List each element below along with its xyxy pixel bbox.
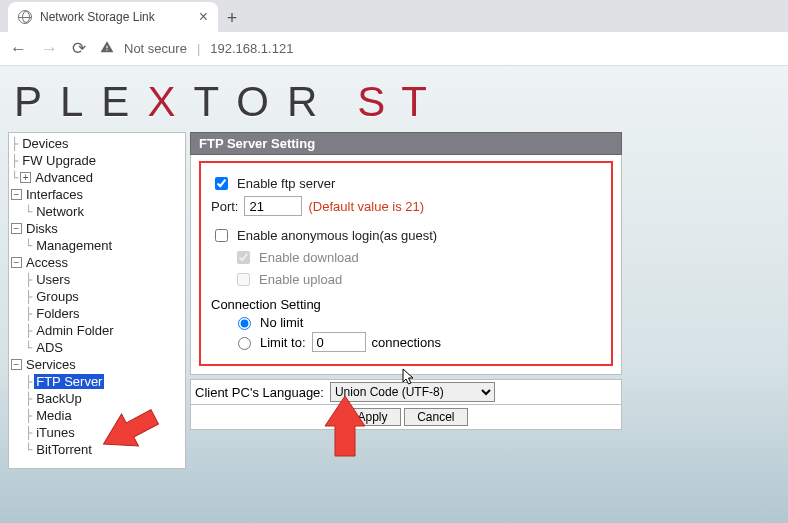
not-secure-label: Not secure (124, 41, 187, 56)
tab-title: Network Storage Link (40, 10, 155, 24)
cancel-button[interactable]: Cancel (404, 408, 467, 426)
logo-second: ST (357, 78, 443, 126)
no-limit-label: No limit (260, 315, 303, 330)
anonymous-login-checkbox[interactable] (215, 229, 228, 242)
port-note: (Default value is 21) (308, 199, 424, 214)
sidebar-group-interfaces[interactable]: Interfaces (24, 187, 85, 202)
sidebar-item-devices[interactable]: Devices (20, 136, 70, 151)
annotation-arrow-icon (317, 396, 373, 460)
not-secure-icon (100, 40, 114, 57)
panel-title: FTP Server Setting (190, 132, 622, 155)
sidebar-item-advanced[interactable]: Advanced (33, 170, 95, 185)
connection-setting-label: Connection Setting (211, 297, 601, 312)
enable-download-checkbox (237, 251, 250, 264)
collapse-icon[interactable]: − (11, 359, 22, 370)
sidebar-item-fw-upgrade[interactable]: FW Upgrade (20, 153, 98, 168)
new-tab-button[interactable]: + (218, 4, 246, 32)
expand-icon[interactable]: + (20, 172, 31, 183)
enable-upload-label: Enable upload (259, 272, 342, 287)
sidebar-item-folders[interactable]: Folders (34, 306, 81, 321)
enable-ftp-label: Enable ftp server (237, 176, 335, 191)
sidebar-item-network[interactable]: Network (34, 204, 86, 219)
address-bar[interactable]: Not secure | 192.168.1.121 (100, 40, 293, 57)
sidebar-item-backup[interactable]: BackUp (34, 391, 84, 406)
annotation-arrow-icon (100, 408, 160, 464)
sidebar-group-services[interactable]: Services (24, 357, 78, 372)
sidebar-item-bittorrent[interactable]: BitTorrent (34, 442, 94, 457)
sidebar-item-itunes[interactable]: iTunes (34, 425, 77, 440)
limit-to-label: Limit to: (260, 335, 306, 350)
sidebar-item-management[interactable]: Management (34, 238, 114, 253)
logo-part1: PLE (14, 78, 147, 125)
limit-to-radio[interactable] (238, 337, 251, 350)
back-icon[interactable]: ← (10, 39, 27, 59)
sidebar-item-groups[interactable]: Groups (34, 289, 81, 304)
logo-part2: TOR (193, 78, 335, 125)
sidebar-item-users[interactable]: Users (34, 272, 72, 287)
collapse-icon[interactable]: − (11, 223, 22, 234)
sidebar-item-admin-folder[interactable]: Admin Folder (34, 323, 115, 338)
sidebar-item-ads[interactable]: ADS (34, 340, 65, 355)
sidebar-item-media[interactable]: Media (34, 408, 73, 423)
svg-marker-0 (100, 408, 160, 460)
client-language-label: Client PC's Language: (195, 385, 324, 400)
connections-label: connections (372, 335, 441, 350)
enable-download-label: Enable download (259, 250, 359, 265)
forward-icon: → (41, 39, 58, 59)
logo-x: X (147, 78, 193, 125)
anonymous-login-label: Enable anonymous login(as guest) (237, 228, 437, 243)
url-text: 192.168.1.121 (210, 41, 293, 56)
brand-logo: PLEXTOR ST (8, 74, 788, 132)
no-limit-radio[interactable] (238, 317, 251, 330)
port-input[interactable] (244, 196, 302, 216)
enable-upload-checkbox (237, 273, 250, 286)
port-label: Port: (211, 199, 238, 214)
enable-ftp-checkbox[interactable] (215, 177, 228, 190)
collapse-icon[interactable]: − (11, 189, 22, 200)
globe-icon (18, 10, 32, 24)
limit-to-input[interactable] (312, 332, 366, 352)
settings-highlight-box: Enable ftp server Port: (Default value i… (199, 161, 613, 366)
browser-tab[interactable]: Network Storage Link × (8, 2, 218, 32)
sidebar-item-ftp-server[interactable]: FTP Server (34, 374, 104, 389)
sidebar-group-disks[interactable]: Disks (24, 221, 60, 236)
sidebar-group-access[interactable]: Access (24, 255, 70, 270)
tab-close-icon[interactable]: × (199, 9, 208, 25)
collapse-icon[interactable]: − (11, 257, 22, 268)
mouse-cursor-icon (402, 368, 416, 389)
reload-icon[interactable]: ⟳ (72, 38, 86, 59)
svg-marker-1 (325, 396, 365, 456)
url-separator: | (197, 41, 200, 56)
